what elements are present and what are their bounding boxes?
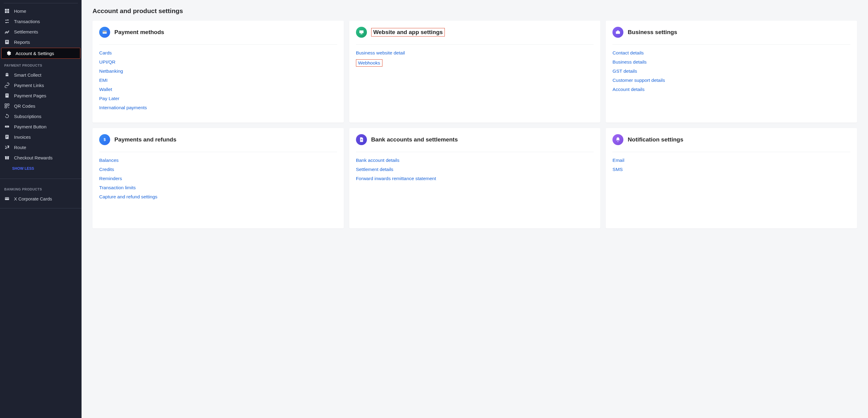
card-icon	[99, 27, 110, 38]
sidebar-item-reports[interactable]: Reports	[0, 37, 82, 47]
svg-rect-1	[7, 9, 9, 11]
svg-rect-35	[361, 140, 362, 140]
sidebar-item-smart-collect[interactable]: Smart Collect	[0, 70, 82, 80]
page-icon	[4, 93, 10, 98]
svg-rect-17	[5, 135, 9, 139]
sidebar-banking-products: X Corporate Cards	[0, 193, 82, 204]
sidebar-divider	[4, 3, 78, 3]
svg-rect-13	[8, 106, 8, 107]
qr-icon	[4, 103, 10, 108]
sidebar-item-label: QR Codes	[14, 103, 35, 108]
card-header: Bank accounts and settlements	[356, 134, 594, 152]
card-title: Payments and refunds	[114, 136, 177, 143]
sidebar-item-label: Settlements	[14, 29, 38, 34]
card-link-settlement-details[interactable]: Settlement details	[356, 167, 594, 172]
card-link-email[interactable]: Email	[613, 158, 850, 163]
card-title: Bank accounts and settlements	[371, 136, 458, 143]
sidebar-item-settlements[interactable]: Settlements	[0, 27, 82, 37]
svg-rect-25	[5, 198, 9, 199]
sidebar-item-subscriptions[interactable]: Subscriptions	[0, 111, 82, 121]
svg-text:Pa: Pa	[6, 126, 8, 127]
card-links: CardsUPI/QRNetbankingEMIWalletPay LaterI…	[99, 50, 337, 110]
card-link-customer-support-details[interactable]: Customer support details	[613, 77, 850, 83]
sidebar-item-home[interactable]: Home	[0, 6, 82, 16]
sidebar-item-label: Payment Links	[14, 83, 44, 88]
card-link-business-details[interactable]: Business details	[613, 59, 850, 65]
card-link-reminders[interactable]: Reminders	[99, 176, 337, 181]
sidebar-main-nav: HomeTransactionsSettlementsReportsAccoun…	[0, 6, 82, 59]
rewards-icon	[4, 155, 10, 160]
svg-rect-30	[360, 34, 363, 34]
card-link-emi[interactable]: EMI	[99, 77, 337, 83]
card-link-netbanking[interactable]: Netbanking	[99, 68, 337, 74]
card-link-webhooks[interactable]: Webhooks	[358, 60, 380, 65]
svg-rect-27	[102, 32, 107, 32]
card-link-wallet[interactable]: Wallet	[99, 87, 337, 92]
card-link-forward-inwards-remittance-statement[interactable]: Forward inwards remittance statement	[356, 176, 594, 181]
card-title: Website and app settings	[373, 29, 443, 35]
card-links: Bank account detailsSettlement detailsFo…	[356, 158, 594, 181]
sidebar-item-checkout-rewards[interactable]: Checkout Rewards	[0, 153, 82, 163]
settings-card-payment-methods: Payment methodsCardsUPI/QRNetbankingEMIW…	[92, 21, 344, 123]
button-icon: Pa	[4, 124, 10, 129]
sidebar-item-label: Route	[14, 145, 26, 150]
invoices-icon	[4, 134, 10, 140]
card-link-cards[interactable]: Cards	[99, 50, 337, 56]
sidebar-item-account-settings[interactable]: Account & Settings	[1, 48, 80, 59]
card-links: Business website detailWebhooks	[356, 50, 594, 70]
card-link-balances[interactable]: Balances	[99, 158, 337, 163]
show-less-link[interactable]: SHOW LESS	[0, 163, 82, 174]
card-link-capture-and-refund-settings[interactable]: Capture and refund settings	[99, 194, 337, 200]
card-link-account-details[interactable]: Account details	[613, 87, 850, 92]
settings-card-website-and-app-settings: Website and app settingsBusiness website…	[349, 21, 600, 123]
card-link-gst-details[interactable]: GST details	[613, 68, 850, 74]
section-payment-products: PAYMENT PRODUCTS	[0, 59, 82, 70]
svg-rect-11	[8, 104, 9, 105]
main-content: Account and product settings Payment met…	[82, 0, 868, 418]
link-icon	[4, 83, 10, 88]
card-links: BalancesCreditsRemindersTransaction limi…	[99, 158, 337, 200]
sidebar-item-label: Smart Collect	[14, 72, 41, 77]
svg-rect-14	[8, 107, 9, 108]
settings-card-bank-accounts-and-settlements: Bank accounts and settlementsBank accoun…	[349, 128, 600, 228]
sidebar-item-invoices[interactable]: Invoices	[0, 132, 82, 142]
card-link-transaction-limits[interactable]: Transaction limits	[99, 185, 337, 190]
card-title: Notification settings	[628, 136, 683, 143]
sidebar-item-label: Checkout Rewards	[14, 155, 53, 160]
sidebar-item-transactions[interactable]: Transactions	[0, 16, 82, 27]
card-title: Business settings	[628, 29, 677, 36]
section-banking-products: BANKING PRODUCTS	[0, 183, 82, 193]
card-link-pay-later[interactable]: Pay Later	[99, 96, 337, 101]
svg-text:$: $	[104, 137, 106, 142]
sidebar-item-payment-links[interactable]: Payment Links	[0, 80, 82, 90]
sidebar-item-qr-codes[interactable]: QR Codes	[0, 101, 82, 111]
card-title: Payment methods	[114, 29, 164, 36]
sidebar-divider	[0, 179, 82, 179]
svg-rect-9	[6, 95, 8, 96]
sidebar-item-payment-button[interactable]: PaPayment Button	[0, 121, 82, 132]
settings-card-notification-settings: Notification settingsEmailSMS	[606, 128, 857, 228]
card-link-upi-qr[interactable]: UPI/QR	[99, 59, 337, 65]
card-header: Notification settings	[613, 134, 850, 152]
sidebar-item-label: Subscriptions	[14, 114, 41, 119]
subscriptions-icon	[4, 114, 10, 119]
reports-icon	[4, 39, 10, 45]
card-icon	[4, 196, 10, 201]
sidebar-divider	[0, 208, 82, 208]
card-link-bank-account-details[interactable]: Bank account details	[356, 158, 594, 163]
settings-card-payments-and-refunds: $Payments and refundsBalancesCreditsRemi…	[92, 128, 344, 228]
card-link-international-payments[interactable]: International payments	[99, 105, 337, 110]
dashboard-icon	[4, 8, 10, 14]
card-link-credits[interactable]: Credits	[99, 167, 337, 172]
sidebar-item-label: Transactions	[14, 19, 40, 24]
card-link-contact-details[interactable]: Contact details	[613, 50, 850, 56]
sidebar-item-x-corporate-cards[interactable]: X Corporate Cards	[0, 193, 82, 204]
svg-rect-6	[6, 42, 8, 42]
svg-rect-20	[6, 137, 7, 137]
sidebar-payment-products: Smart CollectPayment LinksPayment PagesQ…	[0, 70, 82, 163]
sidebar-item-route[interactable]: Route	[0, 142, 82, 153]
svg-rect-12	[5, 106, 6, 108]
card-link-business-website-detail[interactable]: Business website detail	[356, 50, 594, 56]
card-link-sms[interactable]: SMS	[613, 167, 850, 172]
sidebar-item-payment-pages[interactable]: Payment Pages	[0, 90, 82, 101]
